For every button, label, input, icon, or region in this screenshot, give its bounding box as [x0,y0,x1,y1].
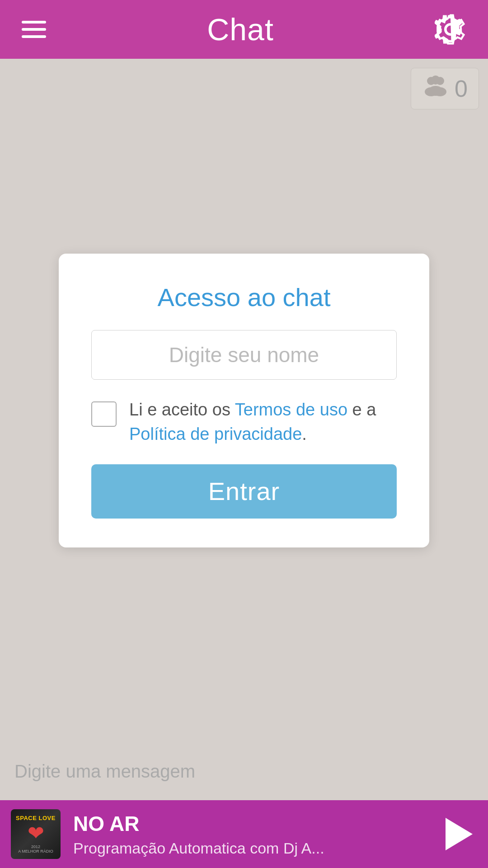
name-input[interactable] [91,330,397,380]
modal-title: Acesso ao chat [91,283,397,312]
player-bar: SPACE LOVE ❤ 2012 A MELHOR RÁDIO NO AR P… [0,800,488,868]
terms-label: Li e aceito os Termos de uso e a Polític… [129,398,397,446]
message-input[interactable] [14,753,474,789]
app-header: Chat [0,0,488,59]
player-status: NO AR [73,811,428,836]
play-button[interactable] [441,816,477,852]
terms-checkbox[interactable] [91,401,117,427]
settings-button[interactable] [435,14,466,45]
terms-link[interactable]: Termos de uso [235,400,347,419]
player-info: NO AR Programação Automatica com Dj A... [73,811,428,857]
album-label-year: 2012 [31,844,40,849]
player-subtitle: Programação Automatica com Dj A... [73,840,428,857]
message-bar [0,742,488,800]
menu-button[interactable] [22,21,46,38]
page-title: Chat [207,12,274,47]
terms-suffix: . [302,425,307,443]
privacy-link[interactable]: Política de privacidade [129,425,302,443]
album-label-sub: A MELHOR RÁDIO [18,849,53,854]
terms-row: Li e aceito os Termos de uso e a Polític… [91,398,397,446]
play-icon [446,818,473,850]
album-heart-icon: ❤ [28,821,44,844]
modal-overlay: Acesso ao chat Li e aceito os Termos de … [0,59,488,742]
enter-button[interactable]: Entrar [91,464,397,519]
album-art: SPACE LOVE ❤ 2012 A MELHOR RÁDIO [11,809,61,859]
login-modal: Acesso ao chat Li e aceito os Termos de … [59,254,429,547]
terms-middle: e a [347,400,376,419]
chat-area: 0 Acesso ao chat Li e aceito os Termos d… [0,59,488,742]
album-label-top: SPACE LOVE [16,815,56,822]
terms-prefix: Li e aceito os [129,400,235,419]
